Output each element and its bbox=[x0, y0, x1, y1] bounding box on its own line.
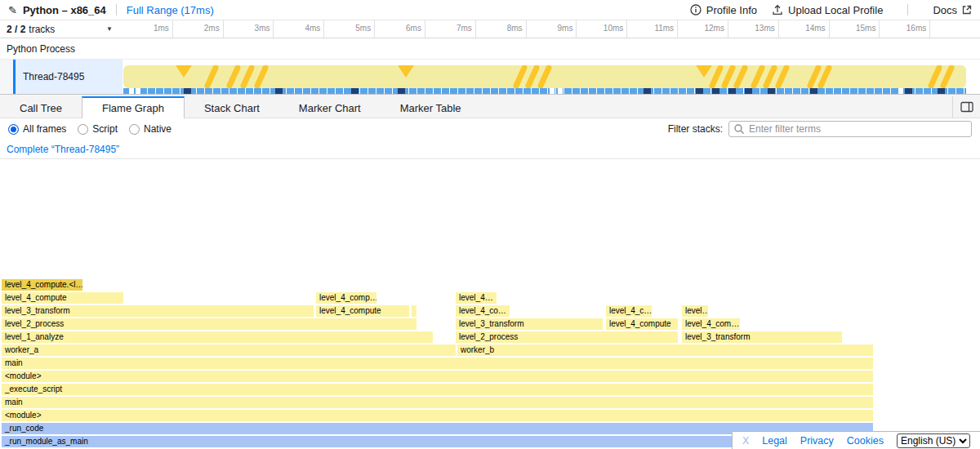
tracks-dropdown-arrow-icon[interactable]: ▼ bbox=[103, 24, 116, 34]
flame-box-unnamed[interactable] bbox=[412, 305, 416, 317]
sample-dark-segment bbox=[712, 88, 719, 94]
marker-stroke-icon bbox=[229, 68, 238, 86]
sample-dark-segment bbox=[768, 88, 775, 94]
footer-links: LegalPrivacyCookies bbox=[762, 435, 884, 447]
upload-local-profile-button[interactable]: Upload Local Profile bbox=[772, 4, 883, 16]
flame-box-level_1_analyze[interactable]: level_1_analyze bbox=[2, 331, 433, 343]
flame-box-_execute_script[interactable]: _execute_script bbox=[2, 384, 873, 395]
sample-dark-segment bbox=[275, 88, 283, 94]
sample-dark-segment bbox=[810, 88, 817, 94]
top-bar: ✎ Python – x86_64 Full Range (17ms) Prof… bbox=[0, 0, 980, 20]
sample-dark-segment bbox=[938, 88, 945, 94]
frame-filter-radios: All framesScriptNative bbox=[8, 123, 172, 135]
flame-graph-toolbar: All framesScriptNative Filter stacks: bbox=[0, 118, 980, 140]
profile-title: Python – x86_64 bbox=[23, 4, 106, 16]
sample-dark-segment bbox=[745, 88, 752, 94]
flame-box-main[interactable]: main bbox=[2, 358, 873, 369]
flame-box-level_4_comp-[interactable]: level_4_comp… bbox=[316, 292, 376, 304]
sample-gap bbox=[898, 88, 903, 94]
filter-stacks-label: Filter stacks: bbox=[668, 123, 723, 135]
marker-stroke-icon bbox=[207, 68, 216, 86]
edit-profile-name-icon[interactable]: ✎ bbox=[8, 4, 17, 16]
filter-stacks-input[interactable] bbox=[728, 121, 972, 137]
radio-button-icon[interactable] bbox=[129, 124, 140, 135]
radio-label: Native bbox=[144, 123, 172, 135]
process-track-label: Python Process bbox=[7, 43, 75, 55]
flame-box-level_3_transform[interactable]: level_3_transform bbox=[456, 318, 603, 330]
radio-script[interactable]: Script bbox=[78, 123, 118, 135]
ruler-tick-14ms: 14ms bbox=[779, 20, 830, 38]
marker-stroke-icon bbox=[528, 68, 537, 86]
flame-box-level_3_transform[interactable]: level_3_transform bbox=[682, 331, 842, 343]
radio-all-frames[interactable]: All frames bbox=[8, 123, 66, 135]
sidebar-toggle-button[interactable] bbox=[952, 96, 980, 118]
thread-track-label[interactable]: Thread-78495 bbox=[16, 60, 122, 94]
footer-close-button[interactable]: X bbox=[742, 435, 749, 447]
footer-link-legal[interactable]: Legal bbox=[762, 435, 787, 447]
sample-dark-segment bbox=[184, 88, 191, 94]
profile-info-button[interactable]: Profile Info bbox=[690, 4, 757, 16]
flame-box-worker_a[interactable]: worker_a bbox=[2, 345, 456, 356]
full-range-button[interactable]: Full Range (17ms) bbox=[127, 4, 214, 16]
marker-glyphs bbox=[123, 65, 966, 88]
language-select[interactable]: English (US) bbox=[897, 433, 970, 448]
radio-native[interactable]: Native bbox=[129, 123, 172, 135]
radio-button-icon[interactable] bbox=[78, 124, 88, 135]
tab-stack-chart[interactable]: Stack Chart bbox=[185, 96, 279, 118]
flame-box-worker_b[interactable]: worker_b bbox=[457, 345, 873, 356]
divider bbox=[907, 4, 908, 16]
legal-footer: X LegalPrivacyCookies English (US) bbox=[732, 431, 980, 449]
ruler-tick-13ms: 13ms bbox=[728, 20, 779, 38]
flame-box-level_4_compute[interactable]: level_4_compute bbox=[2, 292, 123, 304]
ruler-tick-16ms: 16ms bbox=[880, 20, 930, 38]
flame-box-level-[interactable]: level… bbox=[682, 305, 708, 317]
external-link-icon bbox=[962, 5, 972, 15]
tab-marker-table[interactable]: Marker Table bbox=[381, 96, 481, 118]
thread-activity-track[interactable] bbox=[122, 60, 980, 94]
timeline-header: 2 / 2 tracks ▼ 1ms2ms3ms4ms5ms6ms7ms8ms9… bbox=[0, 20, 980, 38]
ruler-tick-17ms bbox=[930, 20, 980, 38]
flame-box-level_4_compute[interactable]: level_4_compute bbox=[316, 305, 409, 317]
sample-dark-segment bbox=[728, 88, 736, 94]
marker-stroke-icon bbox=[821, 68, 829, 86]
flame-box-level_2_process[interactable]: level_2_process bbox=[2, 318, 416, 330]
flame-box-level_4_co-[interactable]: level_4_co… bbox=[456, 305, 510, 317]
flame-box-level_4_com-[interactable]: level_4_com… bbox=[682, 318, 740, 330]
flame-graph-canvas[interactable]: level_4_compute.<l…level_4_computelevel_… bbox=[0, 159, 980, 449]
activity-graph bbox=[123, 65, 966, 88]
flame-box--module-[interactable]: <module> bbox=[2, 410, 873, 421]
tracks-count: 2 / 2 bbox=[7, 24, 25, 35]
ruler-tick-12ms: 12ms bbox=[678, 20, 728, 38]
ruler-tick-15ms: 15ms bbox=[830, 20, 880, 38]
info-icon bbox=[690, 4, 702, 16]
tab-call-tree[interactable]: Call Tree bbox=[0, 96, 82, 118]
flame-box--module-[interactable]: <module> bbox=[2, 371, 873, 382]
tab-flame-graph[interactable]: Flame Graph bbox=[82, 96, 185, 118]
ruler-tick-10ms: 10ms bbox=[577, 20, 627, 38]
sample-gap bbox=[136, 88, 140, 94]
docs-link[interactable]: Docs bbox=[933, 4, 972, 16]
breadcrumb-complete-thread[interactable]: Complete “Thread-78495” bbox=[7, 144, 119, 155]
sample-dark-segment bbox=[905, 88, 912, 94]
sample-gap bbox=[129, 88, 134, 94]
timeline-ruler[interactable]: 1ms2ms3ms4ms5ms6ms7ms8ms9ms10ms11ms12ms1… bbox=[122, 20, 980, 38]
flame-box-main[interactable]: main bbox=[2, 397, 873, 408]
footer-link-cookies[interactable]: Cookies bbox=[847, 435, 884, 447]
process-track-header[interactable]: Python Process bbox=[0, 38, 980, 60]
divider bbox=[116, 4, 117, 16]
flame-box-level_4_c-[interactable]: level_4_c… bbox=[606, 305, 652, 317]
panel-tab-bar: Call TreeFlame GraphStack ChartMarker Ch… bbox=[0, 95, 980, 118]
sample-dark-segment bbox=[351, 88, 359, 94]
tab-marker-chart[interactable]: Marker Chart bbox=[279, 96, 381, 118]
flame-box-level_2_process[interactable]: level_2_process bbox=[456, 331, 678, 343]
flame-box-level_4_compute[interactable]: level_4_compute bbox=[606, 318, 678, 330]
footer-link-privacy[interactable]: Privacy bbox=[800, 435, 834, 447]
ruler-tick-7ms: 7ms bbox=[425, 20, 476, 38]
radio-button-icon[interactable] bbox=[8, 124, 19, 135]
flame-box-level_4_compute-l-[interactable]: level_4_compute.<l… bbox=[2, 279, 82, 291]
flame-box-level_4-[interactable]: level_4… bbox=[456, 292, 497, 304]
sidebar-toggle-icon bbox=[960, 101, 973, 113]
ruler-tick-4ms: 4ms bbox=[274, 20, 324, 38]
flame-box-level_3_transform[interactable]: level_3_transform bbox=[2, 305, 314, 317]
marker-stroke-icon bbox=[737, 68, 745, 86]
